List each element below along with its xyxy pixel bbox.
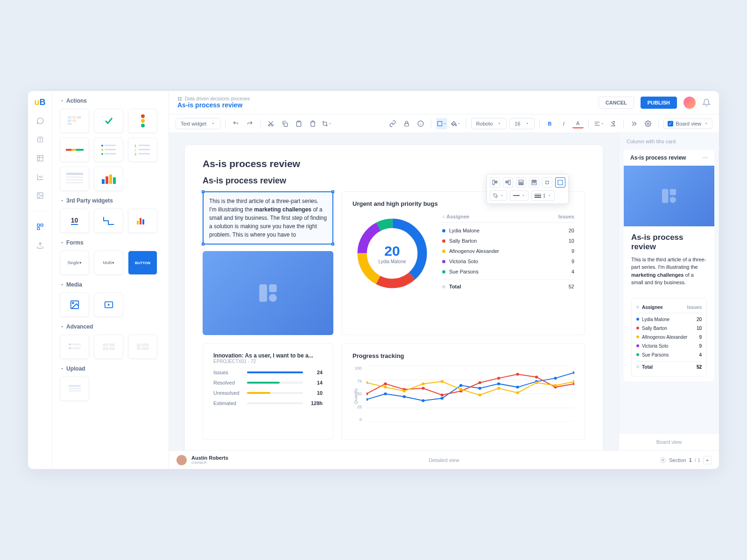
svg-point-43 — [72, 302, 73, 304]
paste-icon[interactable] — [293, 118, 304, 129]
section-3rdparty[interactable]: 3rd Party widgets — [60, 197, 161, 204]
layout-opt-3[interactable] — [516, 177, 526, 188]
copy-icon[interactable] — [279, 118, 290, 129]
right-footer[interactable]: Board view — [619, 433, 719, 450]
publish-button[interactable]: PUBLISH — [641, 97, 677, 109]
avatar[interactable] — [684, 97, 696, 109]
cut-icon[interactable] — [265, 118, 276, 129]
textcolor-icon[interactable]: A — [572, 119, 584, 128]
widget-upload1[interactable] — [60, 377, 89, 401]
crop-icon[interactable] — [321, 118, 332, 129]
layout-opt-2[interactable] — [503, 177, 513, 188]
link-icon[interactable] — [387, 118, 398, 129]
lock-icon[interactable] — [401, 118, 412, 129]
layout-opt-4[interactable] — [529, 177, 539, 188]
text-icon[interactable] — [35, 134, 45, 145]
author-avatar[interactable] — [176, 455, 187, 465]
chat-icon[interactable] — [35, 116, 45, 126]
svg-rect-24 — [105, 153, 116, 154]
svg-rect-47 — [69, 347, 71, 349]
section-forms[interactable]: Forms — [60, 239, 161, 246]
layout-opt-5[interactable] — [542, 177, 552, 188]
widget-numbered[interactable]: 123 — [128, 138, 157, 162]
bold-icon[interactable]: B — [544, 118, 556, 129]
gear-icon[interactable] — [660, 457, 666, 463]
widget-single[interactable]: Single ▾ — [60, 251, 89, 275]
svg-point-70 — [647, 123, 649, 125]
section-actions[interactable]: Actions — [60, 98, 161, 104]
svg-rect-81 — [532, 180, 536, 181]
svg-rect-59 — [178, 97, 179, 98]
svg-point-104 — [403, 395, 406, 398]
widget-list[interactable] — [94, 138, 123, 162]
widget-image[interactable] — [60, 293, 89, 317]
breadcrumb[interactable]: Data driven decisions proceses — [177, 96, 250, 101]
image-icon[interactable] — [35, 190, 45, 201]
widget-button[interactable]: BUTTON — [128, 251, 157, 275]
widget-adv3[interactable] — [128, 335, 157, 359]
widget-minibars[interactable] — [128, 209, 157, 233]
undo-icon[interactable] — [230, 118, 241, 129]
legend-row: Lydia Malone20 — [442, 225, 574, 236]
resize-handle[interactable] — [331, 243, 334, 245]
svg-rect-89 — [259, 284, 267, 302]
widget-calendar[interactable]: 10 — [60, 209, 89, 233]
widget-table[interactable] — [60, 167, 89, 191]
widgets-icon[interactable] — [35, 222, 45, 232]
upload-icon[interactable] — [35, 240, 45, 251]
cancel-button[interactable]: CANCEL — [599, 97, 634, 109]
svg-rect-51 — [103, 347, 108, 350]
svg-text:2: 2 — [134, 148, 136, 152]
line-style-dropdown[interactable] — [510, 190, 529, 201]
widget-check[interactable] — [94, 109, 123, 133]
info-icon[interactable] — [415, 118, 426, 129]
add-section-button[interactable]: + — [703, 456, 712, 464]
section-media[interactable]: Media — [60, 281, 161, 288]
layout-opt-1[interactable] — [490, 177, 500, 188]
footer-tab[interactable]: Detailed view — [233, 457, 655, 463]
svg-rect-11 — [72, 119, 76, 122]
layout-popover: 1 — [486, 174, 569, 204]
fontsize-dropdown[interactable]: 16 — [509, 118, 534, 129]
widget-flow[interactable] — [94, 209, 123, 233]
align-icon[interactable] — [593, 118, 605, 129]
widget-adv1[interactable] — [60, 335, 89, 359]
widget-bars[interactable] — [94, 167, 123, 191]
layout-opt-6[interactable] — [555, 177, 565, 188]
settings-icon[interactable] — [642, 118, 654, 129]
bgcolor-icon[interactable] — [436, 118, 447, 129]
table-icon[interactable] — [35, 153, 45, 163]
text-block-selected[interactable]: This is the third article of a three-par… — [203, 191, 333, 245]
resize-handle[interactable] — [202, 243, 204, 245]
card-more-icon[interactable]: ⋯ — [702, 154, 708, 161]
section-upload[interactable]: Upload — [60, 365, 161, 372]
widget-type-dropdown[interactable]: Text widget — [176, 118, 220, 129]
widget-progress[interactable] — [60, 138, 89, 162]
fill-icon[interactable] — [450, 118, 461, 129]
font-dropdown[interactable]: Roboto — [471, 118, 507, 129]
image-block[interactable] — [203, 251, 333, 335]
line-weight-dropdown[interactable]: 1 — [531, 190, 555, 201]
italic-icon[interactable]: I — [558, 118, 570, 129]
pen-dropdown[interactable] — [490, 190, 507, 201]
board-view-toggle[interactable]: ✓Board view — [663, 119, 712, 129]
widget-kanban[interactable] — [60, 109, 89, 133]
chart-icon[interactable] — [35, 172, 45, 182]
svg-rect-40 — [140, 218, 141, 224]
bell-icon[interactable] — [702, 98, 711, 107]
redo-icon[interactable] — [244, 118, 255, 129]
svg-rect-31 — [66, 173, 83, 175]
preview-card[interactable]: As-is process review⋯ As-is process revi… — [624, 150, 714, 381]
widget-video[interactable] — [94, 293, 123, 317]
svg-rect-90 — [269, 284, 277, 292]
widget-adv2[interactable] — [94, 335, 123, 359]
trash-icon[interactable] — [307, 118, 318, 129]
svg-rect-18 — [76, 149, 84, 151]
clear-icon[interactable] — [607, 118, 619, 129]
resize-handle[interactable] — [202, 190, 204, 193]
widget-multi[interactable]: Multi ▾ — [94, 251, 123, 275]
more-icon[interactable] — [628, 118, 640, 129]
resize-handle[interactable] — [331, 190, 334, 193]
section-advanced[interactable]: Advanced — [60, 323, 161, 330]
widget-traffic[interactable] — [128, 109, 157, 133]
